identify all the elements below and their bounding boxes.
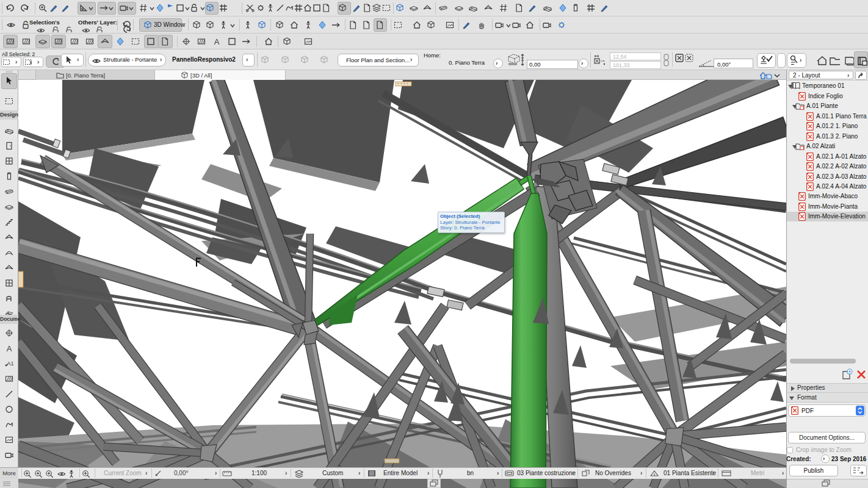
svg-text:A: A	[214, 37, 220, 46]
svg-text:A: A	[7, 344, 12, 353]
svg-text:A1: A1	[7, 361, 13, 367]
